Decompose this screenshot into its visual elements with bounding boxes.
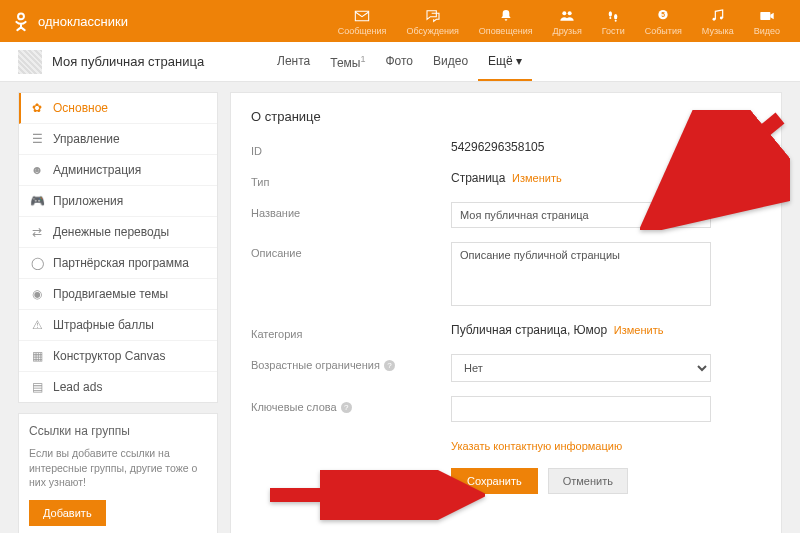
row-description: Описание Описание публичной странциы [251, 242, 761, 309]
value-id: 54296296358105 [451, 140, 761, 154]
promo-box: Ссылки на группы Если вы добавите ссылки… [18, 413, 218, 533]
svg-point-10 [720, 16, 723, 19]
tabs: Лента Темы1 Фото Видео Ещё ▾ [267, 43, 532, 81]
brand-name: одноклассники [38, 14, 128, 29]
svg-point-2 [568, 11, 572, 15]
help-icon[interactable]: ? [341, 402, 352, 413]
page-thumb [18, 50, 42, 74]
svg-point-3 [609, 11, 612, 16]
label-type: Тип [251, 171, 451, 188]
topnav-notifications[interactable]: Оповещения [469, 5, 543, 38]
svg-rect-11 [760, 12, 770, 20]
cancel-button[interactable]: Отменить [548, 468, 628, 494]
topnav-video[interactable]: Видео [744, 5, 790, 38]
sidebar-item-admin[interactable]: ☻Администрация [19, 155, 217, 186]
megaphone-icon: ◉ [29, 286, 45, 302]
add-button[interactable]: Добавить [29, 500, 106, 526]
svg-point-9 [712, 17, 715, 20]
sidebar-item-transfers[interactable]: ⇄Денежные переводы [19, 217, 217, 248]
main-panel: О странице ID 54296296358105 Тип Страниц… [230, 92, 782, 533]
label-category: Категория [251, 323, 451, 340]
value-category: Публичная страница, Юмор Изменить [451, 323, 761, 337]
gamepad-icon: 🎮 [29, 193, 45, 209]
type-change-link[interactable]: Изменить [512, 172, 562, 184]
video-icon [757, 8, 777, 24]
keywords-input[interactable] [451, 396, 711, 422]
name-input[interactable] [451, 202, 711, 228]
topnav-discussions[interactable]: Обсуждения [397, 5, 469, 38]
badge-5-icon: 5 [653, 8, 673, 24]
logo[interactable]: одноклассники [10, 10, 128, 32]
bell-icon [496, 8, 516, 24]
sidebar-item-main[interactable]: ✿Основное [19, 93, 217, 124]
sidebar-item-partner[interactable]: ◯Партнёрская программа [19, 248, 217, 279]
age-select[interactable]: Нет [451, 354, 711, 382]
ok-logo-icon [10, 10, 32, 32]
label-description: Описание [251, 242, 451, 259]
warning-icon: ⚠ [29, 317, 45, 333]
sidebar-item-apps[interactable]: 🎮Приложения [19, 186, 217, 217]
row-id: ID 54296296358105 [251, 140, 761, 157]
page-title: Моя публичная страница [52, 54, 204, 69]
topnav: Сообщения Обсуждения Оповещения Друзья Г… [328, 5, 790, 38]
shield-icon: ☻ [29, 162, 45, 178]
topnav-events[interactable]: 5События [635, 5, 692, 38]
tab-video[interactable]: Видео [423, 43, 478, 81]
sidebar-menu: ✿Основное ☰Управление ☻Администрация 🎮Пр… [18, 92, 218, 403]
envelope-icon [352, 8, 372, 24]
topnav-music[interactable]: Музыка [692, 5, 744, 38]
row-name: Название [251, 202, 761, 228]
tab-temy[interactable]: Темы1 [320, 43, 375, 81]
row-type: Тип Страница Изменить [251, 171, 761, 188]
sidebar-item-canvas[interactable]: ▦Конструктор Canvas [19, 341, 217, 372]
topnav-friends[interactable]: Друзья [543, 5, 592, 38]
save-button[interactable]: Сохранить [451, 468, 538, 494]
svg-point-4 [614, 14, 617, 19]
footprints-icon [603, 8, 623, 24]
category-change-link[interactable]: Изменить [614, 324, 664, 336]
partner-icon: ◯ [29, 255, 45, 271]
help-icon[interactable]: ? [384, 360, 395, 371]
promo-title: Ссылки на группы [29, 424, 207, 438]
sidebar-item-manage[interactable]: ☰Управление [19, 124, 217, 155]
sidebar-item-penalties[interactable]: ⚠Штрафные баллы [19, 310, 217, 341]
row-category: Категория Публичная страница, Юмор Измен… [251, 323, 761, 340]
sidebar-item-promoted[interactable]: ◉Продвигаемые темы [19, 279, 217, 310]
svg-point-5 [610, 17, 612, 19]
row-keywords: Ключевые слова? [251, 396, 761, 422]
leadads-icon: ▤ [29, 379, 45, 395]
label-name: Название [251, 202, 451, 219]
svg-point-1 [562, 11, 566, 15]
svg-point-6 [615, 19, 617, 21]
friends-icon [557, 8, 577, 24]
row-age: Возрастные ограничения? Нет [251, 354, 761, 382]
sidebar-item-leadads[interactable]: ▤Lead ads [19, 372, 217, 402]
sliders-icon: ☰ [29, 131, 45, 147]
promo-text: Если вы добавите ссылки на интересные гр… [29, 446, 207, 490]
label-id: ID [251, 140, 451, 157]
subbar: Моя публичная страница Лента Темы1 Фото … [0, 42, 800, 82]
music-icon [708, 8, 728, 24]
sidebar: ✿Основное ☰Управление ☻Администрация 🎮Пр… [18, 92, 218, 533]
topbar: одноклассники Сообщения Обсуждения Опове… [0, 0, 800, 42]
canvas-icon: ▦ [29, 348, 45, 364]
chat-icon [423, 8, 443, 24]
transfer-icon: ⇄ [29, 224, 45, 240]
label-keywords: Ключевые слова? [251, 396, 451, 413]
svg-text:5: 5 [661, 11, 665, 18]
value-type: Страница Изменить [451, 171, 761, 185]
tab-lenta[interactable]: Лента [267, 43, 320, 81]
label-age: Возрастные ограничения? [251, 354, 451, 371]
gear-icon: ✿ [29, 100, 45, 116]
tab-foto[interactable]: Фото [375, 43, 423, 81]
panel-heading: О странице [251, 109, 761, 124]
description-textarea[interactable]: Описание публичной странциы [451, 242, 711, 306]
svg-point-0 [18, 13, 24, 19]
topnav-guests[interactable]: Гости [592, 5, 635, 38]
topnav-messages[interactable]: Сообщения [328, 5, 397, 38]
tab-more[interactable]: Ещё ▾ [478, 43, 532, 81]
contact-info-link[interactable]: Указать контактную информацию [451, 440, 622, 452]
